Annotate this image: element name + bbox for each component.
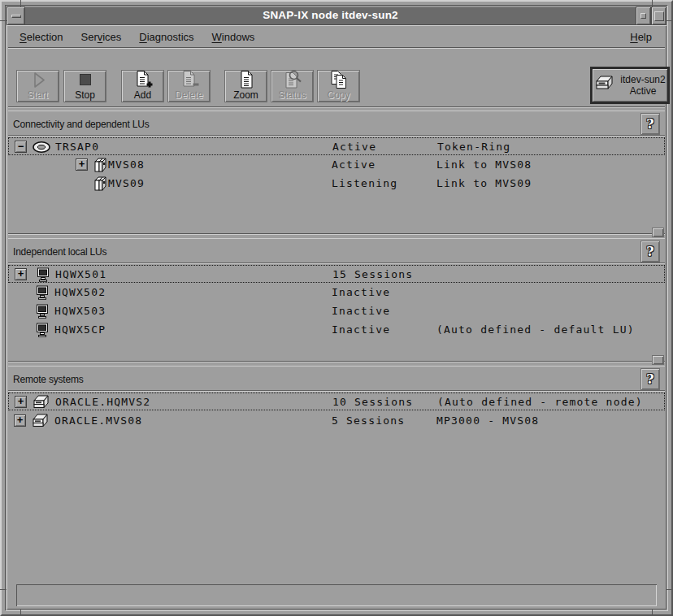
resource-name: TRSAP0 (55, 138, 99, 154)
help-button[interactable]: ? (640, 368, 660, 390)
frame-notch (666, 20, 673, 21)
add-button[interactable]: Add (121, 70, 164, 102)
tree-row-trsap0[interactable]: − TRSAP0 Active Token-Ring (8, 137, 665, 155)
resource-name: HQWX501 (55, 266, 106, 282)
expand-toggle[interactable]: + (76, 158, 88, 171)
menu-selection[interactable]: Selection (13, 28, 69, 46)
application-window: SNAP-IX node itdev-sun2 Selection Servic… (0, 0, 673, 616)
frame-notch (20, 609, 21, 616)
resource-info: MP3000 - MVS08 (436, 412, 539, 430)
frame-notch (0, 20, 7, 21)
zoom-icon (237, 70, 256, 90)
maximize-button[interactable] (651, 7, 666, 25)
resource-status: 15 Sessions (332, 266, 413, 282)
pane-sash-handle[interactable] (652, 228, 664, 237)
minimize-icon (640, 13, 646, 19)
minimize-button[interactable] (636, 7, 651, 25)
window-menu-icon (11, 15, 21, 18)
resource-status: Active (332, 156, 376, 174)
delete-icon (180, 70, 199, 90)
frame-notch (652, 0, 653, 7)
resource-name: MVS09 (108, 175, 145, 193)
client-area: Selection Services Diagnostics Windows H… (7, 25, 666, 609)
window-titlebar[interactable]: SNAP-IX node itdev-sun2 (7, 7, 666, 25)
menubar: Selection Services Diagnostics Windows H… (8, 27, 665, 47)
pane-remote-systems-header: Remote systems ? (8, 366, 665, 391)
tree-row-mvs08[interactable]: + MVS08 Active Link to MVS08 (8, 156, 665, 174)
add-icon (133, 70, 153, 90)
expand-toggle[interactable]: + (14, 414, 26, 427)
local-lu-icon (33, 267, 53, 283)
resource-name: ORACLE.MVS08 (54, 412, 142, 430)
menu-diagnostics[interactable]: Diagnostics (132, 28, 200, 46)
stop-button[interactable]: Stop (63, 70, 106, 102)
zoom-button[interactable]: Zoom (224, 70, 267, 102)
node-status-button[interactable]: itdev-sun2 Active (590, 67, 670, 104)
tree-row-hqwx5cp[interactable]: HQWX5CP Inactive (Auto defined - default… (8, 321, 665, 339)
window-title: SNAP-IX node itdev-sun2 (25, 7, 636, 25)
expand-toggle[interactable]: + (15, 396, 27, 408)
resource-info: (Auto defined - remote node) (437, 393, 643, 410)
tree-row-oracle-mvs08[interactable]: + ORACLE.MVS08 5 Sessions MP3000 - MVS08 (8, 412, 665, 430)
tree-row-oracle-hqmvs2[interactable]: + ORACLE.HQMVS2 10 Sessions (Auto define… (8, 393, 665, 410)
pane-sash-handle[interactable] (652, 355, 664, 365)
status-message-bar (16, 584, 657, 606)
pane-title: Remote systems (13, 374, 84, 385)
tree-row-mvs09[interactable]: MVS09 Listening Link to MVS09 (8, 175, 665, 193)
window-menu-button[interactable] (7, 7, 25, 25)
frame-notch (20, 0, 21, 7)
help-button[interactable]: ? (640, 241, 660, 262)
resource-name: MVS08 (108, 156, 145, 174)
expand-toggle[interactable]: + (15, 268, 27, 280)
delete-button[interactable]: Delete (167, 70, 211, 102)
pane-remote-systems: Remote systems ? + ORACLE. (8, 366, 665, 575)
resource-status: Active (332, 138, 376, 154)
stop-icon (76, 71, 95, 90)
frame-notch (666, 589, 673, 590)
token-ring-port-icon (32, 139, 51, 155)
tree-row-hqwx502[interactable]: HQWX502 Inactive (8, 284, 665, 301)
resource-status: Inactive (332, 321, 390, 339)
pane-title: Independent local LUs (13, 246, 106, 258)
local-lu-icon (33, 303, 52, 319)
resource-info: Link to MVS09 (436, 175, 532, 193)
remote-system-icon (32, 394, 51, 410)
menubar-separator (8, 47, 665, 49)
tree-row-hqwx503[interactable]: HQWX503 Inactive (8, 302, 665, 320)
toolbar-separator (8, 106, 665, 108)
tree-row-hqwx501[interactable]: + HQWX501 15 Sessions (8, 265, 665, 283)
pane-connectivity: Connectivity and dependent LUs ? − TRSAP… (8, 111, 665, 234)
pane-connectivity-header: Connectivity and dependent LUs ? (8, 111, 665, 136)
menu-services[interactable]: Services (74, 28, 128, 46)
collapse-toggle[interactable]: − (15, 141, 27, 153)
start-button[interactable]: Start (16, 70, 59, 102)
help-button[interactable]: ? (640, 113, 660, 135)
resource-status: Inactive (332, 284, 390, 301)
menu-help[interactable]: Help (623, 28, 658, 46)
local-lu-icon (33, 284, 52, 301)
copy-button[interactable]: Copy (317, 70, 360, 102)
resource-info: Link to MVS08 (436, 156, 532, 174)
start-icon (28, 71, 48, 90)
status-button[interactable]: Status (271, 70, 314, 102)
pane-local-lus-header: Independent local LUs ? (8, 238, 665, 263)
frame-notch (0, 589, 7, 590)
node-status-label: itdev-sun2 Active (620, 74, 665, 97)
resource-info: Token-Ring (437, 138, 510, 154)
local-lu-icon (33, 322, 52, 338)
resource-name: HQWX502 (54, 284, 106, 301)
resource-name: HQWX5CP (54, 321, 106, 339)
pane-divider (8, 233, 665, 235)
menu-windows[interactable]: Windows (206, 28, 262, 46)
frame-notch (652, 609, 653, 616)
resource-status: Listening (332, 175, 397, 193)
node-icon (594, 75, 615, 96)
pane-local-lus: Independent local LUs ? + HQWX501 (8, 238, 665, 362)
resource-status: 5 Sessions (332, 412, 405, 430)
remote-system-icon (31, 413, 50, 429)
pane-divider (8, 361, 665, 362)
resource-info: (Auto defined - default LU) (436, 321, 635, 339)
resource-name: HQWX503 (54, 302, 106, 320)
resource-status: Inactive (332, 302, 390, 320)
copy-icon (328, 70, 350, 90)
